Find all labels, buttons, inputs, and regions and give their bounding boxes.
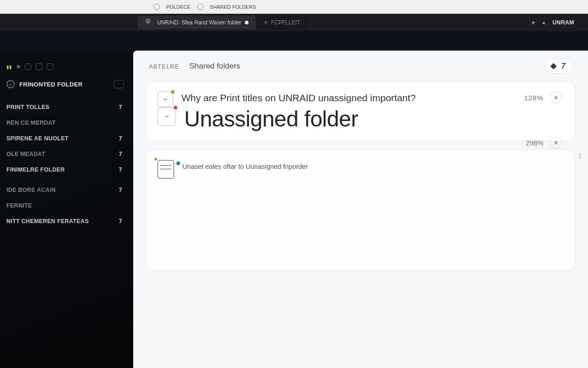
nav-down-icon[interactable]: ▾	[532, 20, 535, 26]
card2-text: Unaset eales oftar to Uunasigned fnporde…	[182, 163, 308, 170]
dot-icon	[17, 65, 20, 69]
row-2-close[interactable]: ✕	[550, 137, 562, 149]
sidebar-item-ole[interactable]: OLE MEADAT 7	[0, 146, 133, 162]
sidebar-item-label: IDE BORE ACAIN	[6, 187, 56, 193]
sidebar-item-label: FERNITE	[6, 202, 32, 209]
tab-unsaved-dot	[245, 21, 249, 24]
main-panel: ABTELRE Shared folders 7 Why are Print t…	[133, 51, 588, 368]
sidebar-item-label: OLE MEADAT	[6, 151, 45, 157]
row-text: Why are Print titles on UNRAID unassigne…	[181, 92, 564, 104]
diamond-icon	[550, 63, 556, 69]
tab-equals-icon: ≡	[264, 19, 267, 26]
sidebar-item-spirene[interactable]: SPIRENE AE NUOLET 7	[0, 131, 133, 146]
card-secondary: Unaset eales oftar to Uunasigned fnporde…	[146, 150, 575, 271]
sidebar-item-label: FINIMELRE FOLDER	[6, 167, 65, 173]
tab-shared-folders[interactable]: Shared folders	[189, 62, 240, 71]
square-icon[interactable]	[25, 63, 31, 70]
chevron-down-icon	[162, 96, 169, 103]
sidebar-mini-toolbar: ▮▮	[0, 63, 133, 76]
sidebar-item-fernite[interactable]: FERNITE	[0, 198, 133, 213]
card2-row[interactable]: Unaset eales oftar to Uunasigned fnporde…	[158, 160, 564, 178]
sidebar-item-nitt[interactable]: NITT CHEMEREN FERATEAS 7	[0, 213, 133, 229]
row-checkbox[interactable]	[158, 107, 176, 126]
status-dot-green	[153, 157, 158, 161]
tab-title: UNRAID: Sfea Rand Wasen folder	[157, 19, 241, 26]
refresh-icon[interactable]	[153, 4, 160, 10]
kebab-menu[interactable]: ⋮	[577, 152, 584, 159]
sidebar-item-ren-ce[interactable]: REN CE MERDAT	[0, 115, 133, 131]
status-dot-blue	[175, 161, 181, 166]
row-2-meta: 298% ✕	[526, 137, 562, 149]
pill-value: 7	[561, 62, 565, 71]
browser-tab-bar: ⦿ UNRAID: Sfea Rand Wasen folder ≡ FCPFL…	[0, 14, 588, 31]
row-2-percent: 298%	[526, 139, 543, 147]
nav-left-icon[interactable]: ◂	[542, 20, 545, 26]
list-row-2[interactable]: Unassigned folder	[158, 107, 564, 132]
sidebar-header-label: FRINONTED FOLDER	[19, 81, 83, 88]
status-dot-green	[170, 89, 175, 95]
main-header: ABTELRE Shared folders 7	[133, 51, 588, 80]
chevron-down-icon	[164, 113, 170, 120]
sidebar-item-print-tolles[interactable]: PRINT TOLLES 7	[0, 99, 133, 115]
status-dot-red	[173, 105, 178, 110]
menu-item-poldece[interactable]: POLDECE	[166, 4, 191, 10]
square-icon-3[interactable]	[47, 63, 53, 70]
sidebar-item-count: 7	[119, 187, 122, 193]
sidebar-item-count: 7	[119, 167, 122, 173]
browser-tab-active[interactable]: ⦿ UNRAID: Sfea Rand Wasen folder	[138, 16, 256, 29]
indicator-icon: ▮▮	[6, 64, 12, 69]
tab-title-2: FCPFLLEIT	[271, 19, 300, 26]
row-title: Unassigned folder	[184, 107, 564, 132]
card-primary: Why are Print titles on UNRAID unassigne…	[146, 82, 575, 141]
sidebar-item-ide-bore[interactable]: IDE BORE ACAIN 7	[0, 182, 133, 198]
sidebar: ▮▮ ○ FRINONTED FOLDER PRINT TOLLES 7 REN…	[0, 51, 133, 368]
header-pill[interactable]: 7	[544, 59, 572, 74]
square-icon-2[interactable]	[36, 63, 42, 70]
sidebar-item-finimelre[interactable]: FINIMELRE FOLDER 7	[0, 162, 133, 178]
workspace: ▮▮ ○ FRINONTED FOLDER PRINT TOLLES 7 REN…	[0, 51, 588, 368]
sidebar-item-count: 7	[119, 104, 122, 110]
row-1-meta: 128% ✕	[524, 92, 562, 104]
menu-item-shared[interactable]: SHARED FOLDERS	[210, 4, 256, 10]
brand-label: UNRAM	[553, 19, 574, 26]
sidebar-item-count: 7	[119, 151, 122, 157]
sidebar-item-label: REN CE MERDAT	[6, 120, 56, 126]
sidebar-item-label: SPIRENE AE NUOLET	[6, 135, 68, 142]
sidebar-item-count: 7	[119, 135, 122, 142]
sidebar-item-label: NITT CHEMEREN FERATEAS	[6, 218, 89, 224]
tab-abtelre[interactable]: ABTELRE	[149, 63, 179, 70]
tab-favicon: ⦿	[145, 18, 153, 27]
row-checkbox[interactable]	[158, 92, 173, 107]
folder-icon: ○	[6, 80, 15, 88]
browser-tab-inactive[interactable]: ≡ FCPFLLEIT	[257, 16, 307, 29]
row-1-percent: 128%	[524, 94, 543, 102]
sidebar-section-header[interactable]: ○ FRINONTED FOLDER	[0, 76, 133, 95]
list-row-1[interactable]: Why are Print titles on UNRAID unassigne…	[158, 92, 564, 107]
row-1-close[interactable]: ✕	[550, 92, 562, 104]
sidebar-item-label: PRINT TOLLES	[6, 104, 50, 110]
file-icon	[158, 160, 174, 178]
browser-menu-bar: POLDECE SHARED FOLDERS	[0, 0, 588, 14]
collapse-icon[interactable]	[114, 80, 124, 88]
sidebar-item-count: 7	[119, 218, 122, 224]
clock-icon	[197, 4, 204, 10]
